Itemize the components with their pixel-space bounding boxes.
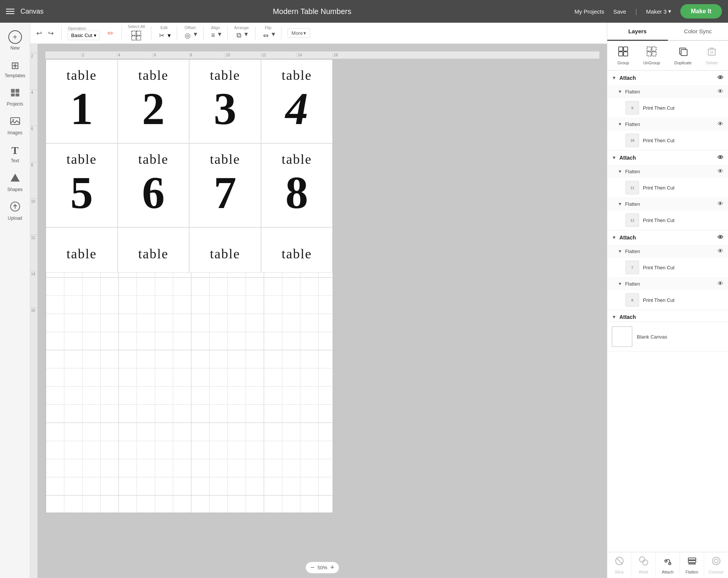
visibility-f-1a[interactable]: 👁 xyxy=(717,88,723,95)
group-tool[interactable]: Group xyxy=(614,45,632,67)
images-icon xyxy=(10,116,20,129)
delete-tool[interactable]: Delete xyxy=(703,45,721,67)
layer-ptc-7[interactable]: 7 Print Then Cut xyxy=(607,258,728,277)
attach-label-2: Attach xyxy=(619,155,636,161)
sidebar-item-text[interactable]: T Text xyxy=(0,140,30,168)
main-area: + New ⊞ Templates Projects Images T Text xyxy=(0,23,728,578)
sidebar-item-projects[interactable]: Projects xyxy=(0,83,30,111)
sidebar-item-upload[interactable]: Upload xyxy=(0,197,30,225)
zoom-in-button[interactable]: + xyxy=(330,564,334,572)
arrange-button[interactable]: ⧉ xyxy=(235,30,243,41)
zoom-out-button[interactable]: − xyxy=(310,564,314,572)
edit-dropdown-arrow: ▾ xyxy=(168,32,171,39)
table-card-9[interactable]: table xyxy=(46,227,118,273)
sidebar-label-shapes: Shapes xyxy=(7,187,23,192)
redo-button[interactable]: ↪ xyxy=(47,28,55,39)
visibility-f-2a[interactable]: 👁 xyxy=(717,168,723,175)
table-card-1[interactable]: table 1 xyxy=(46,59,118,143)
blank-canvas-row[interactable]: Blank Canvas xyxy=(607,322,728,352)
ruler-mark-8: 8 xyxy=(189,53,225,57)
duplicate-tool[interactable]: Duplicate xyxy=(671,45,695,67)
table-card-11[interactable]: table xyxy=(189,227,261,273)
save-link[interactable]: Save xyxy=(613,8,626,15)
maker-selector[interactable]: Maker 3 ▾ xyxy=(646,8,671,15)
svg-rect-2 xyxy=(11,93,15,96)
table-card-8[interactable]: table 8 xyxy=(261,143,333,227)
layer-flatten-3a[interactable]: ▼ Flatten 👁 xyxy=(607,245,728,258)
slice-icon xyxy=(614,556,624,568)
ruler-mark-v-2: 2 xyxy=(30,53,37,89)
visibility-f-3b[interactable]: 👁 xyxy=(717,280,723,287)
undo-button[interactable]: ↩ xyxy=(35,28,44,39)
tab-color-sync[interactable]: Color Sync xyxy=(668,23,728,41)
layer-attach-3[interactable]: ▼ Attach 👁 xyxy=(607,230,728,245)
layer-ptc-9[interactable]: 9 Print Then Cut xyxy=(607,98,728,118)
svg-rect-12 xyxy=(619,47,623,51)
align-button[interactable]: ≡ xyxy=(210,30,217,41)
operation-dropdown[interactable]: Basic Cut ▾ xyxy=(68,31,100,40)
layer-flatten-1a[interactable]: ▼ Flatten 👁 xyxy=(607,85,728,98)
visibility-f-1b[interactable]: 👁 xyxy=(717,121,723,127)
table-number-5: 5 xyxy=(70,170,93,216)
table-card-6[interactable]: table 6 xyxy=(118,143,190,227)
table-card-5[interactable]: table 5 xyxy=(46,143,118,227)
attach-label: Attach xyxy=(662,570,674,574)
zoom-level: 50% xyxy=(317,565,327,570)
weld-tool[interactable]: Weld xyxy=(632,552,656,578)
slice-tool[interactable]: Slice xyxy=(607,552,632,578)
visibility-icon-1[interactable]: 👁 xyxy=(717,75,723,81)
visibility-icon-3[interactable]: 👁 xyxy=(717,234,723,241)
ruler-mark-10: 10 xyxy=(225,53,261,57)
sidebar-item-images[interactable]: Images xyxy=(0,111,30,140)
tab-layers[interactable]: Layers xyxy=(607,23,668,41)
flatten-tool[interactable]: Flatten xyxy=(680,552,704,578)
layer-attach-bottom[interactable]: ▼ Attach xyxy=(607,310,728,322)
edit-color-button[interactable]: ✏ xyxy=(106,27,115,39)
svg-point-32 xyxy=(712,557,720,565)
edit-tools: ✂ ▾ xyxy=(157,30,171,41)
attach-tool[interactable]: Attach xyxy=(656,552,680,578)
visibility-f-2b[interactable]: 👁 xyxy=(717,200,723,207)
layer-ptc-8[interactable]: 8 Print Then Cut xyxy=(607,290,728,310)
arrange-arrow: ▾ xyxy=(244,30,248,41)
delete-label: Delete xyxy=(706,61,718,65)
make-it-button[interactable]: Make It xyxy=(680,4,722,19)
select-all-button[interactable] xyxy=(129,29,143,42)
upload-icon xyxy=(10,201,20,214)
flip-button[interactable]: ⇔ xyxy=(261,30,270,41)
table-card-7[interactable]: table 7 xyxy=(189,143,261,227)
canvas-mat[interactable]: table 1 table 2 table 3 xyxy=(45,59,333,513)
layer-ptc-10[interactable]: 10 Print Then Cut xyxy=(607,131,728,150)
sidebar-item-shapes[interactable]: Shapes xyxy=(0,168,30,197)
layer-flatten-1b[interactable]: ▼ Flatten 👁 xyxy=(607,118,728,131)
table-word-10: table xyxy=(138,246,168,262)
table-number-8: 8 xyxy=(285,170,308,216)
sidebar-item-templates[interactable]: ⊞ Templates xyxy=(0,55,30,83)
offset-button[interactable]: ◎ xyxy=(183,30,192,41)
svg-point-25 xyxy=(639,557,645,562)
canvas-content[interactable]: 2 4 6 8 10 12 14 16 xyxy=(38,44,607,578)
table-card-12[interactable]: table xyxy=(261,227,333,273)
layer-attach-1[interactable]: ▼ Attach 👁 xyxy=(607,71,728,85)
layer-ptc-12[interactable]: 12 Print Then Cut xyxy=(607,210,728,230)
visibility-f-3a[interactable]: 👁 xyxy=(717,248,723,255)
align-arrow: ▾ xyxy=(218,30,221,41)
table-card-3[interactable]: table 3 xyxy=(189,59,261,143)
layer-attach-2[interactable]: ▼ Attach 👁 xyxy=(607,151,728,165)
layer-ptc-11[interactable]: 11 Print Then Cut xyxy=(607,178,728,197)
layer-flatten-2a[interactable]: ▼ Flatten 👁 xyxy=(607,165,728,178)
contour-tool[interactable]: Contour xyxy=(704,552,728,578)
my-projects-link[interactable]: My Projects xyxy=(574,8,604,15)
visibility-icon-2[interactable]: 👁 xyxy=(717,154,723,161)
edit-tool-button[interactable]: ✂ xyxy=(157,30,166,41)
table-card-4[interactable]: table 4 xyxy=(261,59,333,143)
more-button[interactable]: More ▾ xyxy=(288,28,311,38)
layer-flatten-2b[interactable]: ▼ Flatten 👁 xyxy=(607,197,728,210)
layer-flatten-3b[interactable]: ▼ Flatten 👁 xyxy=(607,277,728,290)
table-card-2[interactable]: table 2 xyxy=(118,59,190,143)
ungroup-tool[interactable]: UnGroup xyxy=(640,45,663,67)
ruler-mark-14: 14 xyxy=(297,53,333,57)
hamburger-menu[interactable] xyxy=(6,9,14,14)
table-card-10[interactable]: table xyxy=(118,227,190,273)
sidebar-item-new[interactable]: + New xyxy=(0,26,30,55)
